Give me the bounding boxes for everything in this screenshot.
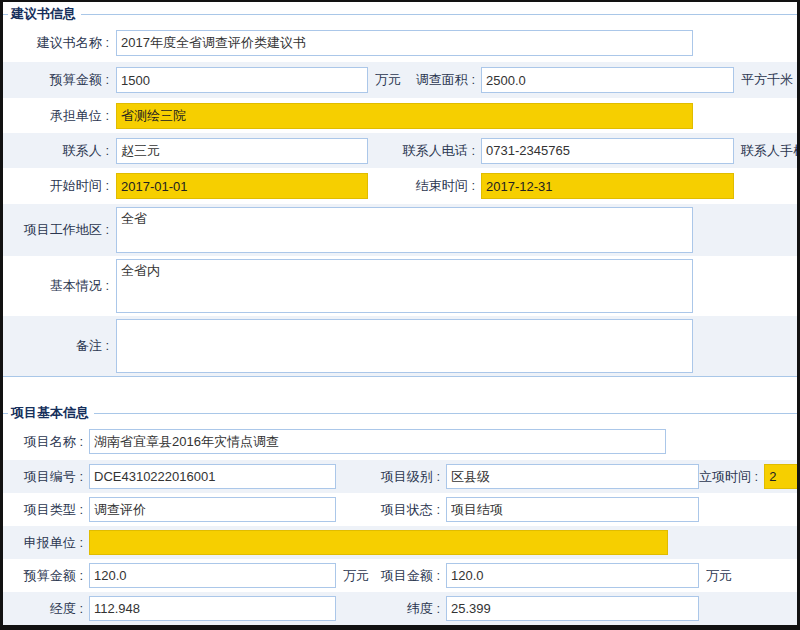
project-amount-unit-label: 万元 — [699, 567, 732, 585]
project-type-row: 项目类型 : 项目状态 : — [3, 493, 797, 526]
budget-area-row: 预算金额 : 万元 调查面积 : 平方千米 — [3, 62, 797, 98]
dates-mid: 结束时间 : — [368, 177, 481, 195]
coordinates-row: 经度 : 纬度 : — [3, 592, 797, 625]
contact-phone-input[interactable] — [481, 138, 734, 164]
budget-label: 预算金额 : — [3, 71, 116, 89]
proposal-name-row: 建议书名称 : — [3, 24, 797, 62]
budget-input[interactable] — [116, 67, 368, 93]
latitude-mid: 纬度 : — [336, 600, 446, 618]
longitude-label: 经度 : — [3, 600, 89, 618]
remark-label: 备注 : — [3, 337, 116, 355]
remark-row: 备注 : — [3, 316, 797, 376]
undertaker-input[interactable] — [116, 103, 693, 129]
project-level-label: 项目级别 : — [381, 468, 446, 486]
end-time-label: 结束时间 : — [416, 177, 481, 195]
basic-situation-row: 基本情况 : 全省内 — [3, 256, 797, 316]
undertaker-label: 承担单位 : — [3, 107, 116, 125]
project-status-mid: 项目状态 : — [336, 501, 446, 519]
project-name-row: 项目名称 : — [3, 423, 797, 460]
contact-mobile-label: 联系人手机 — [734, 142, 800, 160]
declare-unit-label: 申报单位 : — [3, 534, 89, 552]
start-time-label: 开始时间 : — [3, 177, 116, 195]
project-code-label: 项目编号 : — [3, 468, 89, 486]
project-budget-unit-label: 万元 — [336, 567, 369, 585]
project-section-title: 项目基本信息 — [8, 404, 94, 422]
work-region-row: 项目工作地区 : 全省 — [3, 204, 797, 256]
project-code-row: 项目编号 : 项目级别 : 立项时间 : — [3, 460, 797, 493]
project-info-section: 项目基本信息 项目名称 : 项目编号 : 项目级别 : 立项时间 : 项目类型 … — [3, 401, 797, 625]
proposal-info-section: 建议书信息 建议书名称 : 预算金额 : 万元 调查面积 : 平方千米 承担单位… — [3, 2, 797, 377]
contact-phone-label: 联系人电话 : — [403, 142, 481, 160]
contact-phone-mid: 联系人电话 : — [368, 142, 481, 160]
contact-label: 联系人 : — [3, 142, 116, 160]
remark-textarea[interactable] — [116, 319, 693, 373]
project-budget-label: 预算金额 : — [3, 567, 89, 585]
project-amount-label: 项目金额 : — [381, 567, 446, 585]
budget-unit-label: 万元 — [368, 71, 401, 89]
project-budget-input[interactable] — [89, 563, 336, 588]
section-divider-gap — [3, 377, 797, 401]
project-status-input[interactable] — [446, 497, 699, 522]
form-window: 建议书信息 建议书名称 : 预算金额 : 万元 调查面积 : 平方千米 承担单位… — [0, 0, 800, 630]
project-status-label: 项目状态 : — [381, 501, 446, 519]
latitude-label: 纬度 : — [407, 600, 446, 618]
latitude-input[interactable] — [446, 596, 699, 621]
survey-area-input[interactable] — [481, 67, 734, 93]
undertaker-row: 承担单位 : — [3, 98, 797, 133]
budget-area-mid: 万元 调查面积 : — [368, 71, 481, 89]
work-region-textarea[interactable]: 全省 — [116, 207, 693, 253]
legend-line — [94, 413, 797, 414]
contact-row: 联系人 : 联系人电话 : 联系人手机 — [3, 133, 797, 168]
start-time-input[interactable] — [116, 173, 368, 199]
project-name-label: 项目名称 : — [3, 433, 89, 451]
project-name-input[interactable] — [89, 429, 666, 454]
legend-line — [81, 14, 797, 15]
project-section-header: 项目基本信息 — [3, 401, 797, 423]
dates-row: 开始时间 : 结束时间 : — [3, 168, 797, 204]
project-level-mid: 项目级别 : — [336, 468, 446, 486]
work-region-label: 项目工作地区 : — [3, 221, 116, 239]
project-budget-row: 预算金额 : 万元 项目金额 : 万元 — [3, 559, 797, 592]
end-time-input[interactable] — [481, 173, 734, 199]
project-amount-input[interactable] — [446, 563, 699, 588]
setup-time-input[interactable] — [764, 464, 800, 489]
project-type-label: 项目类型 : — [3, 501, 89, 519]
survey-area-unit-label: 平方千米 — [734, 71, 793, 89]
setup-time-label: 立项时间 : — [699, 468, 764, 486]
proposal-section-header: 建议书信息 — [3, 2, 797, 24]
project-amount-mid: 万元 项目金额 : — [336, 567, 446, 585]
basic-situation-label: 基本情况 : — [3, 277, 116, 295]
declare-unit-row: 申报单位 : — [3, 526, 797, 559]
survey-area-label: 调查面积 : — [416, 71, 481, 89]
project-type-input[interactable] — [89, 497, 336, 522]
proposal-name-input[interactable] — [116, 30, 693, 56]
basic-situation-textarea[interactable]: 全省内 — [116, 259, 693, 313]
contact-input[interactable] — [116, 138, 368, 164]
longitude-input[interactable] — [89, 596, 336, 621]
project-code-input[interactable] — [89, 464, 336, 489]
proposal-name-label: 建议书名称 : — [3, 34, 116, 52]
project-level-input[interactable] — [446, 464, 699, 489]
proposal-section-title: 建议书信息 — [8, 5, 81, 23]
declare-unit-input[interactable] — [89, 530, 668, 555]
